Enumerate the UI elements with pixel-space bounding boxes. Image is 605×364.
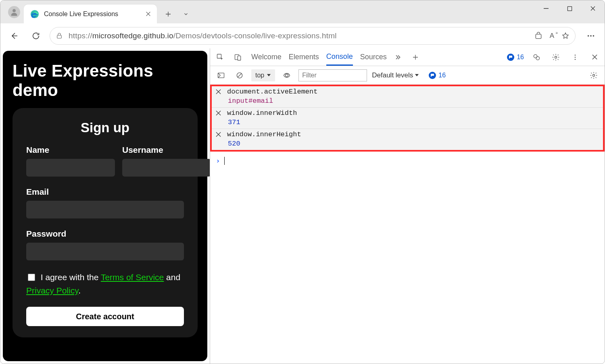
svg-point-12 (536, 56, 539, 60)
agree-checkbox[interactable] (28, 274, 35, 281)
window-maximize-button[interactable] (558, 0, 581, 17)
window-close-button[interactable] (581, 0, 605, 17)
window-minimize-button[interactable] (534, 0, 558, 17)
browser-tab-active[interactable]: Console Live Expressions (24, 4, 157, 23)
page-title: Live Expressions demo (13, 61, 198, 100)
privacy-link[interactable]: Privacy Policy (26, 286, 78, 295)
svg-rect-2 (567, 6, 572, 10)
devtools-close-icon[interactable] (588, 50, 601, 64)
console-issues-count: 16 (438, 72, 446, 79)
favorite-icon[interactable] (561, 32, 570, 40)
svg-point-19 (286, 74, 288, 77)
omnibox-actions: A» (534, 32, 570, 40)
tab-close-button[interactable] (145, 11, 151, 17)
demo-page: Live Expressions demo Sign up Name Usern… (3, 51, 207, 361)
address-bar[interactable]: https://microsoftedge.github.io/Demos/de… (50, 27, 576, 45)
site-info-icon[interactable] (56, 32, 63, 40)
svg-point-6 (590, 35, 592, 37)
window-titlebar: Console Live Expressions (0, 0, 605, 23)
expression-code[interactable]: document.activeElement (227, 88, 317, 96)
context-label: top (255, 72, 264, 79)
tab-title: Console Live Expressions (44, 10, 140, 18)
context-selector[interactable]: top (251, 69, 275, 81)
expression-result: 520 (227, 140, 301, 148)
page-viewport: Live Expressions demo Sign up Name Usern… (0, 48, 210, 364)
add-tab-icon[interactable] (409, 50, 422, 64)
tab-console[interactable]: Console (326, 48, 353, 66)
devtools-more-icon[interactable] (568, 50, 582, 64)
log-levels-dropdown[interactable]: Default levels (372, 71, 419, 79)
feedback-icon[interactable] (530, 50, 543, 64)
prompt-chevron-icon: › (216, 156, 220, 165)
refresh-button[interactable] (28, 28, 44, 44)
shopping-icon[interactable] (534, 32, 542, 40)
svg-rect-10 (238, 56, 241, 60)
read-aloud-icon[interactable]: A» (550, 32, 554, 40)
create-account-button[interactable]: Create account (26, 307, 184, 326)
live-expressions-region: document.activeElement input#email windo… (210, 85, 605, 152)
tab-sources[interactable]: Sources (360, 48, 387, 66)
username-input[interactable] (122, 159, 210, 177)
console-issues-button[interactable]: 16 (429, 72, 446, 79)
new-tab-button[interactable] (161, 4, 175, 23)
issues-button[interactable]: 16 (507, 54, 524, 61)
settings-menu-button[interactable] (583, 28, 599, 44)
console-settings-icon[interactable] (587, 69, 601, 82)
settings-gear-icon[interactable] (549, 50, 563, 64)
expression-result: 371 (227, 119, 297, 126)
svg-point-0 (13, 9, 16, 12)
issues-chat-icon (507, 54, 514, 61)
console-input[interactable]: › (210, 152, 605, 170)
live-expression-icon[interactable] (280, 69, 294, 82)
window-controls (534, 0, 605, 17)
remove-expression-icon[interactable] (216, 110, 223, 118)
live-expression-row: window.innerHeight 520 (212, 129, 603, 150)
console-toolbar: top Default levels 16 (210, 66, 605, 85)
live-expression-row: window.innerWidth 371 (212, 108, 603, 129)
devtools-tab-bar: Welcome Elements Console Sources 16 (210, 48, 605, 66)
remove-expression-icon[interactable] (216, 89, 223, 96)
profile-button[interactable] (4, 0, 24, 23)
avatar-icon (8, 6, 20, 18)
live-expression-row: document.activeElement input#email (212, 86, 603, 108)
svg-point-5 (588, 35, 589, 37)
name-input[interactable] (26, 159, 115, 177)
signup-form: Sign up Name Username Email Pa (13, 108, 198, 337)
levels-label: Default levels (372, 71, 413, 79)
svg-point-7 (593, 35, 595, 37)
svg-point-13 (555, 56, 557, 58)
url-scheme: https:// (69, 31, 92, 40)
expression-result: input#email (227, 97, 317, 105)
agree-text-3: . (78, 286, 81, 295)
url-host: microsoftedge.github.io (92, 31, 173, 40)
svg-rect-4 (536, 34, 541, 39)
password-input[interactable] (26, 243, 184, 260)
agree-line: I agree with the Terms of Service and Pr… (26, 271, 184, 297)
username-label: Username (122, 145, 210, 155)
tab-welcome[interactable]: Welcome (251, 48, 282, 66)
issues-count: 16 (517, 54, 524, 61)
email-input[interactable] (26, 201, 184, 218)
clear-console-icon[interactable] (233, 69, 246, 82)
expression-code[interactable]: window.innerWidth (227, 109, 297, 117)
inspect-element-icon[interactable] (213, 50, 227, 64)
name-label: Name (26, 145, 115, 155)
url-text: https://microsoftedge.github.io/Demos/de… (69, 31, 337, 40)
back-button[interactable] (6, 28, 22, 44)
tos-link[interactable]: Terms of Service (101, 272, 164, 282)
svg-point-16 (575, 58, 576, 60)
device-toolbar-icon[interactable] (231, 50, 245, 64)
remove-expression-icon[interactable] (216, 132, 223, 139)
tab-overflow-button[interactable] (179, 4, 193, 23)
edge-icon (30, 10, 39, 19)
svg-point-14 (575, 54, 576, 56)
expression-code[interactable]: window.innerHeight (227, 131, 301, 138)
svg-point-20 (593, 74, 595, 76)
more-tabs-icon[interactable] (391, 50, 405, 64)
form-title: Sign up (26, 120, 184, 135)
devtools-panel: Welcome Elements Console Sources 16 (210, 48, 605, 364)
filter-input[interactable] (298, 69, 367, 81)
toggle-drawer-icon[interactable] (214, 69, 228, 82)
issues-chat-icon (429, 72, 436, 79)
tab-elements[interactable]: Elements (289, 48, 319, 66)
